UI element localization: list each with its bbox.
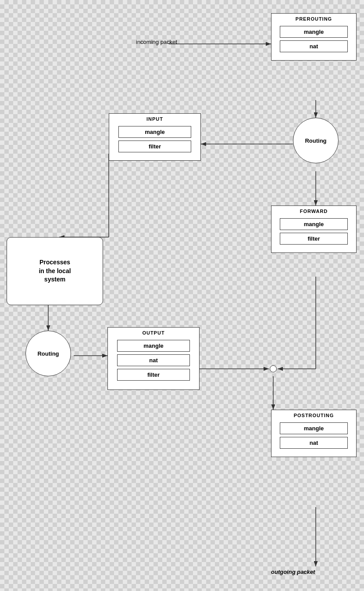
merge-circle — [270, 365, 277, 372]
postrouting-title: POSTROUTING — [271, 410, 356, 420]
outgoing-packet-label: outgoing packet — [271, 569, 315, 575]
output-nat: nat — [117, 354, 190, 366]
input-chain: INPUT mangle filter — [109, 113, 201, 161]
incoming-packet-label: incoming packet — [136, 39, 177, 45]
processes-box: Processes in the local system — [7, 237, 103, 305]
output-mangle: mangle — [117, 340, 190, 352]
prerouting-title: PREROUTING — [271, 14, 356, 23]
processes-label: Processes in the local system — [39, 258, 71, 284]
output-chain: OUTPUT mangle nat filter — [107, 327, 200, 390]
routing-circle-top: Routing — [293, 118, 339, 163]
forward-mangle: mangle — [280, 218, 347, 230]
diagram-container: incoming packet PREROUTING mangle nat Ro… — [0, 0, 364, 591]
postrouting-nat: nat — [280, 437, 347, 449]
prerouting-mangle: mangle — [280, 26, 347, 38]
forward-chain: FORWARD mangle filter — [271, 205, 357, 253]
forward-title: FORWARD — [271, 206, 356, 216]
routing-label-bottom: Routing — [37, 350, 59, 357]
input-filter: filter — [118, 141, 191, 152]
postrouting-mangle: mangle — [280, 422, 347, 434]
output-filter: filter — [117, 369, 190, 381]
routing-label-top: Routing — [305, 137, 326, 144]
prerouting-nat: nat — [280, 40, 347, 52]
routing-circle-bottom: Routing — [25, 331, 71, 376]
prerouting-chain: PREROUTING mangle nat — [271, 13, 357, 61]
input-title: INPUT — [109, 114, 200, 123]
postrouting-chain: POSTROUTING mangle nat — [271, 410, 357, 457]
output-title: OUTPUT — [108, 328, 199, 337]
input-mangle: mangle — [118, 126, 191, 138]
forward-filter: filter — [280, 233, 347, 245]
